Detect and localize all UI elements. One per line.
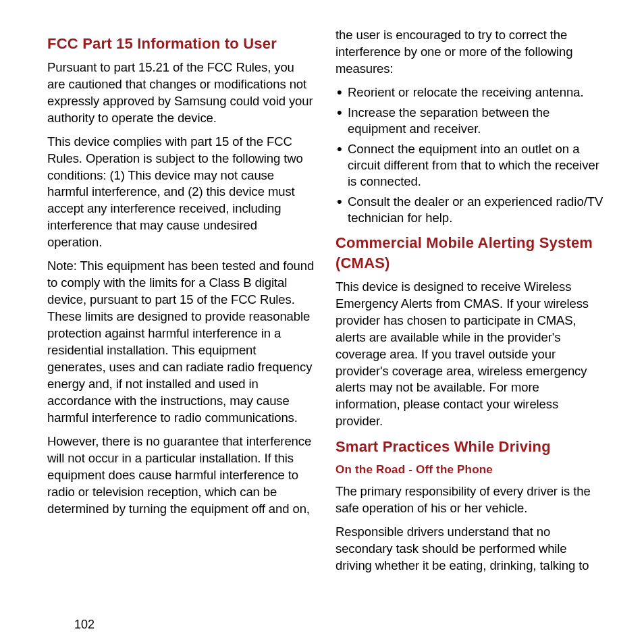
body-paragraph: Note: This equipment has been tested and… <box>47 258 315 427</box>
list-item: Consult the dealer or an experienced rad… <box>336 194 603 226</box>
list-item: Reorient or relocate the receiving anten… <box>336 84 603 101</box>
heading-fcc-part-15: FCC Part 15 Information to User <box>47 34 315 54</box>
body-paragraph: Pursuant to part 15.21 of the FCC Rules,… <box>47 59 315 127</box>
body-paragraph: However, there is no guarantee that inte… <box>47 433 315 518</box>
subheading-on-the-road: On the Road - Off the Phone <box>336 462 603 478</box>
list-item: Connect the equipment into an outlet on … <box>336 141 603 190</box>
body-paragraph: This device complies with part 15 of the… <box>47 134 315 252</box>
right-column: the user is encouraged to try to correct… <box>336 27 603 630</box>
list-item: Increase the separation between the equi… <box>336 105 603 137</box>
page-number: 102 <box>74 618 95 632</box>
left-column: FCC Part 15 Information to User Pursuant… <box>47 27 315 630</box>
body-paragraph: The primary responsibility of every driv… <box>336 483 603 517</box>
body-paragraph: This device is designed to receive Wirel… <box>336 279 603 431</box>
bullet-list: Reorient or relocate the receiving anten… <box>336 84 603 226</box>
heading-cmas: Commercial Mobile Alerting System (CMAS) <box>336 233 603 273</box>
body-paragraph: Responsible drivers understand that no s… <box>336 524 603 574</box>
heading-smart-practices: Smart Practices While Driving <box>336 437 603 457</box>
body-paragraph: the user is encouraged to try to correct… <box>336 27 603 78</box>
document-page: FCC Part 15 Information to User Pursuant… <box>0 0 644 644</box>
